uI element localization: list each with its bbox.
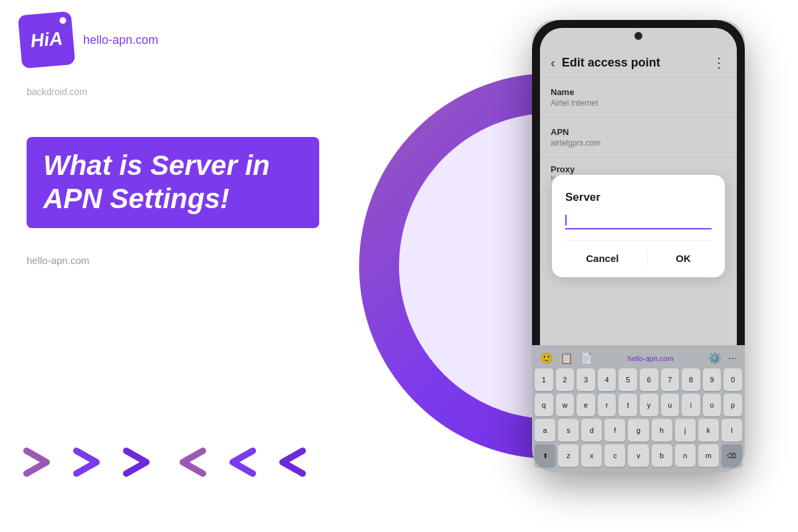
headline-line1: What is Server in APN Settings! xyxy=(43,149,303,216)
server-dialog: Server Cancel OK xyxy=(552,175,725,277)
logo-text: HiA xyxy=(30,28,64,52)
phone-outer: ‹ Edit access point ⋮ Name Airtel Intern… xyxy=(532,20,745,472)
phone-screen: ‹ Edit access point ⋮ Name Airtel Intern… xyxy=(540,28,737,464)
dialog-overlay: Server Cancel OK xyxy=(540,28,737,464)
left-panel: HiA hello-apn.com backdroid.com What is … xyxy=(0,0,372,532)
ok-button[interactable]: OK xyxy=(662,250,704,267)
logo-area: HiA hello-apn.com xyxy=(20,13,352,66)
logo-box: HiA xyxy=(18,11,76,69)
backdrop-label: backdroid.com xyxy=(27,86,352,97)
chevron-3 xyxy=(120,446,160,479)
phone-container: ‹ Edit access point ⋮ Name Airtel Intern… xyxy=(532,20,745,512)
chevron-6 xyxy=(269,446,309,479)
chevron-5 xyxy=(219,446,259,479)
chevron-1 xyxy=(20,446,60,479)
dialog-divider xyxy=(647,250,648,266)
chevron-2 xyxy=(70,446,110,479)
logo-dot xyxy=(59,17,66,24)
cancel-button[interactable]: Cancel xyxy=(573,250,632,267)
headline-box: What is Server in APN Settings! xyxy=(27,137,319,228)
site-url-top: hello-apn.com xyxy=(83,33,158,47)
chevron-4 xyxy=(170,446,209,479)
dialog-actions: Cancel OK xyxy=(565,240,712,267)
dialog-title: Server xyxy=(565,191,712,204)
site-url-bottom: hello-apn.com xyxy=(27,255,352,266)
chevrons-decoration xyxy=(20,446,309,479)
text-cursor xyxy=(565,215,567,225)
